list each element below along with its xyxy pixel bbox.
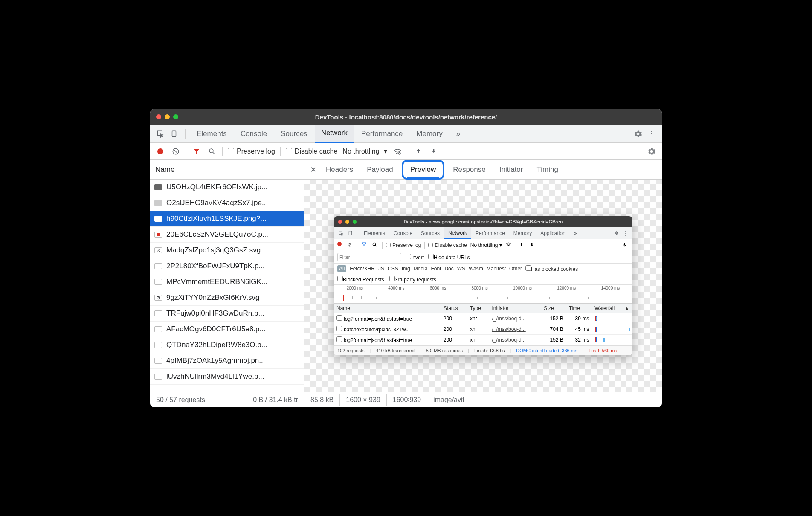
footer-transfer: 0 B / 31.4 kB tr [253, 396, 298, 404]
inner-invert-label: Invert [411, 255, 424, 261]
close-window-button[interactable] [156, 114, 161, 119]
devtools-window: DevTools - localhost:8080/docs/devtools/… [150, 109, 662, 407]
request-name: h90CtfziXluvh1LSSKJE.png?... [166, 215, 266, 223]
request-row[interactable]: QTDnaY32hLDipeRW8e3O.p... [150, 337, 304, 353]
inner-titlebar: DevTools - news.google.com/topstories?hl… [334, 216, 632, 227]
file-type-icon [154, 279, 162, 285]
detail-tab-response[interactable]: Response [446, 160, 493, 180]
timeline-tick: 2000 ms [347, 286, 363, 290]
inner-cell: /_/mss/boq-d... [489, 313, 541, 324]
inner-cell [592, 313, 632, 324]
request-row[interactable]: MPcVmmemtEEDURBN6lGK... [150, 274, 304, 290]
content-area: Name U5OHzQL4tEKFr6OFIxWK.jp...O2slJEHG9… [150, 160, 662, 392]
inner-upload-har-icon: ⬆ [519, 242, 526, 249]
inner-cell: xhr [467, 335, 489, 345]
tab-performance[interactable]: Performance [355, 125, 409, 143]
preview-image: DevTools - news.google.com/topstories?hl… [334, 216, 632, 355]
inner-type-filter: CSS [388, 266, 398, 272]
detail-tab-initiator[interactable]: Initiator [493, 160, 530, 180]
inner-column-header: Name [334, 304, 441, 313]
inner-tab-performance: Performance [472, 227, 509, 239]
inner-filter-row: Invert Hide data URLs [334, 251, 632, 264]
tab-console[interactable]: Console [235, 125, 273, 143]
file-type-icon [154, 263, 162, 269]
request-row[interactable]: 9gzXiTYY0nZzBxGI6KrV.svg [150, 290, 304, 306]
inner-cell: log?format=json&hasfast=true [334, 335, 441, 345]
settings-icon[interactable] [632, 128, 644, 140]
disable-cache-checkbox[interactable]: Disable cache [286, 148, 338, 155]
maximize-window-button[interactable] [173, 114, 178, 119]
footer-dimensions: 1600 × 939 [340, 394, 387, 406]
inner-throttling-select: No throttling ▾ [470, 242, 502, 248]
detail-tabbar: ✕ HeadersPayloadPreviewResponseInitiator… [304, 160, 662, 180]
name-column-header[interactable]: Name [150, 160, 304, 180]
inner-request-row: log?format=json&hasfast=true200xhr/_/mss… [334, 335, 632, 345]
detail-tab-timing[interactable]: Timing [530, 160, 565, 180]
detail-tab-headers[interactable]: Headers [319, 160, 360, 180]
main-tabbar: ElementsConsoleSourcesNetworkPerformance… [150, 125, 662, 143]
inner-cell [592, 324, 632, 335]
inspect-element-icon[interactable] [154, 128, 166, 140]
request-row[interactable]: AFacMOgv6D0CFTr6U5e8.p... [150, 322, 304, 337]
request-row[interactable]: 20E6CLcSzNV2GELQu7oC.p... [150, 227, 304, 243]
detail-tab-preview[interactable]: Preview [402, 160, 444, 180]
inner-traffic-lights [338, 220, 357, 224]
close-detail-icon[interactable]: ✕ [307, 165, 319, 174]
tab-network[interactable]: Network [315, 125, 354, 143]
tab-sources[interactable]: Sources [275, 125, 313, 143]
more-tabs-button[interactable]: » [450, 125, 466, 143]
separator [516, 242, 516, 249]
svg-rect-0 [172, 131, 176, 137]
request-row[interactable]: 4pIMBj7zOAk1y5Agmmoj.pn... [150, 353, 304, 369]
inner-type-filters: AllFetch/XHRJSCSSImgMediaFontDocWSWasmMa… [334, 264, 632, 274]
download-har-icon[interactable] [429, 146, 439, 157]
inner-third-party-label: 3rd-party requests [395, 277, 436, 283]
request-row[interactable]: lUvzhNUllrm3Mvd4Ll1Ywe.p... [150, 369, 304, 385]
svg-point-7 [373, 243, 376, 246]
footer-mime: image/avif [427, 394, 470, 406]
tab-elements[interactable]: Elements [191, 125, 233, 143]
inner-type-filter: Media [414, 266, 428, 272]
timeline-tick: 8000 ms [471, 286, 487, 290]
inner-more-tabs: » [570, 227, 581, 239]
request-name: U5OHzQL4tEKFr6OFIxWK.jp... [166, 183, 267, 191]
footer-ratio: 1600∶939 [387, 394, 427, 406]
detail-tab-payload[interactable]: Payload [360, 160, 400, 180]
upload-har-icon[interactable] [413, 146, 423, 157]
more-menu-icon[interactable]: ⋮ [646, 128, 658, 140]
request-row[interactable]: U5OHzQL4tEKFr6OFIxWK.jp... [150, 180, 304, 195]
request-name: MPcVmmemtEEDURBN6lGK... [166, 278, 267, 286]
inner-filter-input [337, 253, 401, 261]
inner-tab-elements: Elements [360, 227, 389, 239]
request-row[interactable]: ⊘MadqZslZpo1sj3qQ3GsZ.svg [150, 243, 304, 258]
request-name: 4pIMBj7zOAk1y5Agmmoj.pn... [166, 357, 265, 365]
minimize-window-button[interactable] [165, 114, 170, 119]
filter-icon[interactable] [191, 146, 202, 157]
inner-request-row: log?format=json&hasfast=true200xhr/_/mss… [334, 313, 632, 324]
preserve-log-checkbox[interactable]: Preserve log [228, 148, 275, 155]
network-conditions-icon[interactable] [392, 146, 403, 157]
inner-tabbar: ElementsConsoleSourcesNetworkPerformance… [334, 227, 632, 239]
clear-button[interactable] [171, 146, 181, 157]
request-row[interactable]: 2P2L80XfBoFWJFxU9TpK.p... [150, 258, 304, 274]
network-settings-icon[interactable] [647, 146, 657, 157]
device-toggle-icon[interactable] [168, 128, 180, 140]
request-name: 2P2L80XfBoFWJFxU9TpK.p... [166, 262, 265, 270]
request-row[interactable]: O2slJEHG9avKV4aqzSx7.jpe... [150, 195, 304, 211]
inner-search-icon [372, 242, 379, 249]
throttling-select[interactable]: No throttling ▾ [342, 147, 387, 155]
request-row[interactable]: TRFujw0pi0nHF3GwDuRn.p... [150, 306, 304, 322]
request-row[interactable]: h90CtfziXluvh1LSSKJE.png?... [150, 211, 304, 227]
tab-memory[interactable]: Memory [410, 125, 448, 143]
file-type-icon: ⊘ [154, 247, 162, 253]
inner-cell: log?format=json&hasfast=true [334, 313, 441, 324]
search-icon[interactable] [207, 146, 217, 157]
svg-rect-6 [349, 231, 352, 235]
record-button[interactable] [155, 146, 165, 157]
inner-third-party-checkbox: 3rd-party requests [389, 276, 436, 283]
inner-disable-cache-checkbox: Disable cache [428, 242, 467, 248]
inner-network-conditions-icon [505, 242, 512, 249]
svg-point-3 [209, 149, 213, 153]
preserve-log-label: Preserve log [237, 148, 275, 155]
inner-disable-cache-label: Disable cache [435, 242, 467, 248]
